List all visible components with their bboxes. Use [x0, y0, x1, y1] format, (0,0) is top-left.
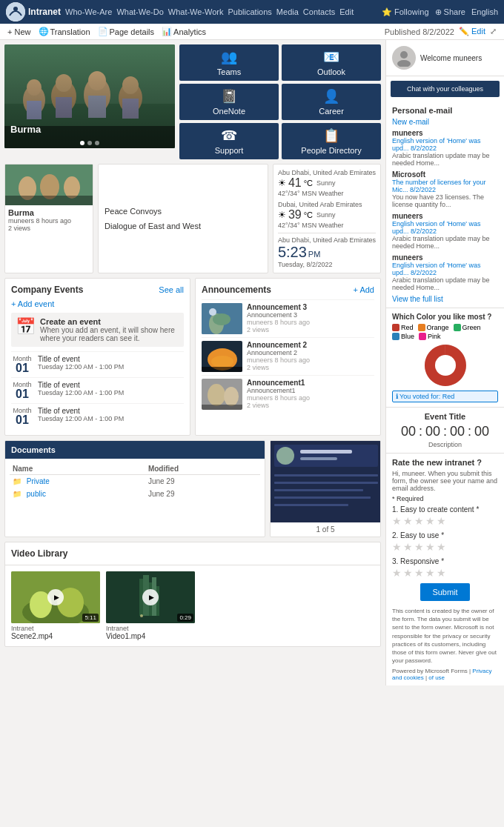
poll-opt-red[interactable]: Red [392, 324, 414, 331]
video-source-2: Intranet [106, 625, 195, 632]
star-1-3[interactable]: ★ [414, 515, 424, 527]
translation-btn[interactable]: 🌐 Translation [39, 27, 90, 36]
news-link-1[interactable]: Peace Convoys [105, 207, 262, 216]
svg-point-28 [211, 356, 233, 368]
star-2-5[interactable]: ★ [437, 541, 446, 553]
ann-views-2: 2 views [247, 364, 310, 371]
ann-text-1: Announcement 3 Announcement 3 muneers 8 … [247, 303, 310, 334]
dot-3[interactable] [95, 141, 99, 145]
nav-what-we-do[interactable]: What-We-Do [116, 7, 163, 16]
news-views: 2 views [8, 225, 90, 232]
star-3-2[interactable]: ★ [403, 567, 413, 579]
docs-slides-section: Documents Name Modified 📁 [4, 440, 381, 537]
ann-add-btn[interactable]: + Add [354, 285, 374, 294]
nav-what-we-work[interactable]: What-We-Work [168, 7, 224, 16]
ann-item-3: Announcement1 Announcement1 muneers 8 ho… [202, 375, 374, 413]
see-all-btn[interactable]: See all [159, 285, 184, 294]
folder-modified-2: June 29 [145, 488, 260, 500]
poll-opt-green[interactable]: Green [454, 324, 481, 331]
user-welcome: Welcome muneers [386, 40, 504, 76]
star-3-4[interactable]: ★ [425, 567, 435, 579]
star-1-2[interactable]: ★ [403, 515, 413, 527]
app-tile-teams[interactable]: 👥 Teams [179, 44, 279, 81]
edit-btn[interactable]: ✏️ Edit [459, 27, 485, 36]
nav-publications[interactable]: Publications [228, 7, 272, 16]
ann-img-2 [202, 341, 242, 372]
col-name[interactable]: Name [10, 463, 145, 475]
app-tile-people-directory[interactable]: 📋 People Directory [282, 123, 381, 159]
countdown-hours: 00 [401, 424, 416, 439]
star-3-3[interactable]: ★ [414, 567, 424, 579]
nav-who-we-are[interactable]: Who-We-Are [65, 7, 112, 16]
docs-content: Name Modified 📁 Private June 29 [5, 459, 265, 505]
star-3-1[interactable]: ★ [392, 567, 402, 579]
folder-name-1[interactable]: 📁 Private [10, 475, 145, 488]
star-2-3[interactable]: ★ [414, 541, 424, 553]
app-tile-onenote[interactable]: 📓 OneNote [179, 84, 279, 120]
temp-1: 41 [288, 176, 302, 190]
ann-title-2[interactable]: Announcement 2 [247, 341, 310, 349]
email-subject-4[interactable]: English version of 'Home' was upd... 8/2… [392, 262, 498, 276]
poll-opt-orange[interactable]: Orange [418, 324, 449, 331]
submit-btn[interactable]: Submit [420, 583, 469, 601]
table-row: 📁 Private June 29 [10, 475, 260, 488]
ann-svg-3 [202, 379, 242, 410]
ann-sub-3: Announcement1 [247, 387, 310, 394]
ann-title-3[interactable]: Announcement1 [247, 379, 310, 387]
folder-name-2[interactable]: 📁 public [10, 488, 145, 500]
svg-point-25 [209, 308, 216, 316]
ann-title-1[interactable]: Announcement 3 [247, 303, 310, 311]
dot-2[interactable] [87, 141, 92, 145]
app-tile-career[interactable]: 👤 Career [282, 84, 381, 120]
nav-edit[interactable]: Edit [339, 7, 354, 16]
docs-table: Name Modified 📁 Private June 29 [10, 463, 260, 500]
poll-opt-blue[interactable]: Blue [392, 333, 414, 340]
expand-icon[interactable]: ⤢ [490, 27, 497, 36]
star-1-4[interactable]: ★ [425, 515, 435, 527]
dot-1[interactable] [80, 141, 84, 145]
use-link[interactable]: of use [428, 674, 445, 681]
nav-media[interactable]: Media [276, 7, 299, 16]
app-tile-support[interactable]: ☎ Support [179, 123, 279, 159]
new-btn[interactable]: + New [7, 27, 31, 36]
logo-icon [6, 2, 25, 21]
email-subject-3[interactable]: English version of 'Home' was upd... 8/2… [392, 220, 498, 235]
chat-btn[interactable]: Chat with your colleagues [391, 81, 500, 97]
email-subject-1[interactable]: English version of 'Home' was upd... 8/2… [392, 137, 498, 152]
page-details-btn[interactable]: 📄 Page details [98, 27, 155, 36]
share-btn[interactable]: ⊕ Share [435, 7, 465, 17]
app-tile-outlook[interactable]: 📧 Outlook [282, 44, 381, 81]
star-2-1[interactable]: ★ [392, 541, 402, 553]
event-date-1: Month 01 [11, 355, 33, 374]
email-subject-2[interactable]: The number of licenses for your Mic... 8… [392, 179, 498, 193]
sun-icon-2: ☀ [278, 210, 286, 220]
star-2-2[interactable]: ★ [403, 541, 413, 553]
star-3-5[interactable]: ★ [437, 567, 446, 579]
poll-opt-pink[interactable]: Pink [419, 333, 441, 340]
language-btn[interactable]: English [471, 7, 498, 16]
news-link-2[interactable]: Dialogue of East and West [105, 222, 262, 230]
email-sender-3: muneers [392, 212, 498, 220]
svg-rect-21 [5, 196, 93, 205]
onenote-icon: 📓 [221, 88, 237, 104]
video-name-1[interactable]: Scene2.mp4 [11, 632, 100, 640]
analytics-btn[interactable]: 📊 Analytics [162, 27, 206, 36]
star-1-5[interactable]: ★ [437, 515, 446, 527]
new-email-btn[interactable]: New e-mail [392, 118, 498, 126]
svg-rect-41 [274, 489, 363, 491]
video-name-2[interactable]: Video1.mp4 [106, 632, 195, 640]
col-modified[interactable]: Modified [145, 463, 260, 475]
star-1-1[interactable]: ★ [392, 515, 402, 527]
star-2-4[interactable]: ★ [425, 541, 435, 553]
career-label: Career [319, 107, 344, 116]
add-event-btn[interactable]: + Add event [11, 299, 184, 308]
ann-text-2: Announcement 2 Announcement 2 muneers 8 … [247, 341, 310, 372]
following-btn[interactable]: ⭐ Following [382, 7, 429, 17]
video-thumb-1[interactable]: ▶ 5:11 [11, 571, 100, 623]
video-thumb-2[interactable]: ▶ 0:29 [106, 571, 195, 623]
nav-contacts[interactable]: Contacts [303, 7, 335, 16]
rating-q1: 1. Easy to create content * [392, 505, 498, 514]
ann-title: Announcements [202, 285, 271, 295]
weather-city-2: Dubai, United Arab Emirates [278, 201, 376, 208]
view-full-list-btn[interactable]: View the full list [392, 295, 498, 303]
